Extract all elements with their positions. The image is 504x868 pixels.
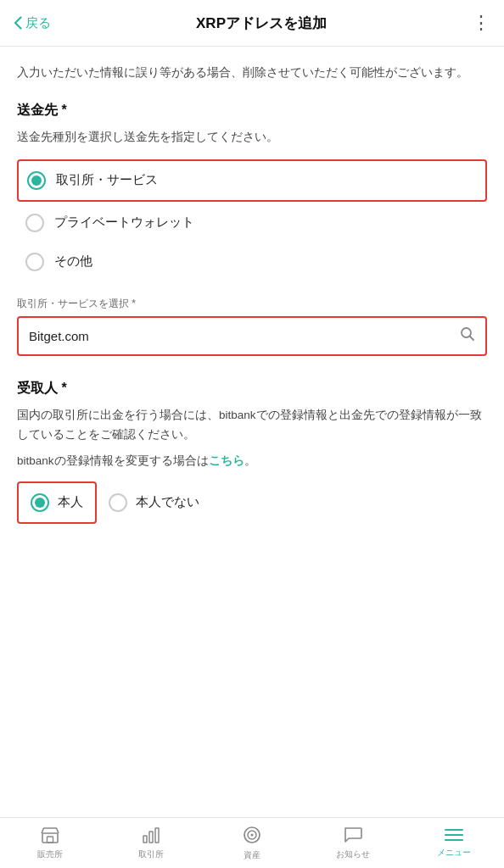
- radio-not-self[interactable]: 本人でない: [97, 483, 211, 522]
- radio-circle-self: [31, 493, 49, 512]
- svg-point-9: [250, 833, 253, 836]
- notice-text: 入力いただいた情報に誤り等がある場合、削除させていただく可能性がございます。: [17, 64, 487, 83]
- radio-circle-not-self: [109, 493, 127, 512]
- bottom-nav: 販売所 取引所 資産 お知らせ: [0, 817, 504, 868]
- field-label: 取引所・サービスを選択 *: [17, 297, 487, 311]
- back-label: 戻る: [25, 15, 51, 31]
- back-chevron-icon: [14, 16, 22, 30]
- radio-label-not-self: 本人でない: [136, 494, 199, 510]
- search-icon: [460, 326, 475, 346]
- nav-assets[interactable]: 資産: [202, 818, 303, 868]
- header: 戻る XRPアドレスを追加 ⋮: [0, 0, 504, 47]
- back-button[interactable]: 戻る: [14, 15, 51, 31]
- nav-menu-label: メニュー: [437, 847, 471, 859]
- service-field-section: 取引所・サービスを選択 *: [17, 297, 487, 356]
- recipient-link[interactable]: こちら: [209, 454, 244, 467]
- exchange-icon: [143, 826, 160, 846]
- radio-private[interactable]: プライベートウォレット: [17, 203, 487, 242]
- destination-radio-group: 取引所・サービス プライベートウォレット その他: [17, 159, 487, 281]
- radio-label-self: 本人: [58, 494, 83, 510]
- recipient-desc2: bitbankの登録情報を変更する場合はこちら。: [17, 452, 487, 471]
- nav-assets-label: 資産: [244, 849, 260, 861]
- store-icon: [41, 826, 59, 846]
- news-icon: [344, 826, 362, 846]
- recipient-desc1: 国内の取引所に出金を行う場合には、bitbankでの登録情報と出金先での登録情報…: [17, 406, 487, 445]
- radio-circle-exchange: [27, 171, 46, 190]
- nav-store-label: 販売所: [37, 849, 63, 860]
- main-content: 入力いただいた情報に誤り等がある場合、削除させていただく可能性がございます。 送…: [0, 47, 504, 817]
- radio-label-private: プライベートウォレット: [54, 214, 194, 231]
- radio-circle-private: [25, 214, 44, 232]
- destination-section: 送金先 * 送金先種別を選択し送金先を指定してください。 取引所・サービス プラ…: [17, 102, 487, 356]
- nav-news-label: お知らせ: [336, 849, 370, 860]
- svg-rect-5: [149, 832, 153, 843]
- destination-desc: 送金先種別を選択し送金先を指定してください。: [17, 128, 487, 147]
- svg-line-1: [470, 336, 474, 340]
- more-button[interactable]: ⋮: [472, 12, 490, 34]
- service-search-field[interactable]: [17, 316, 487, 356]
- svg-rect-3: [48, 837, 53, 843]
- svg-rect-6: [155, 828, 159, 843]
- recipient-label: 受取人 *: [17, 380, 487, 398]
- nav-exchange-label: 取引所: [138, 849, 164, 860]
- svg-rect-4: [143, 836, 147, 843]
- menu-icon: [445, 827, 463, 844]
- nav-store[interactable]: 販売所: [0, 818, 101, 868]
- nav-menu[interactable]: メニュー: [403, 818, 504, 868]
- radio-other-dest[interactable]: その他: [17, 242, 487, 281]
- recipient-radio-row: 本人 本人でない: [17, 481, 487, 524]
- nav-exchange[interactable]: 取引所: [101, 818, 202, 868]
- radio-label-exchange: 取引所・サービス: [56, 172, 158, 188]
- radio-label-other-dest: その他: [54, 253, 92, 270]
- radio-circle-other-dest: [25, 253, 44, 271]
- svg-rect-2: [42, 833, 58, 843]
- recipient-section: 受取人 * 国内の取引所に出金を行う場合には、bitbankでの登録情報と出金先…: [17, 380, 487, 524]
- page-title: XRPアドレスを追加: [196, 14, 327, 33]
- radio-exchange[interactable]: 取引所・サービス: [17, 159, 487, 202]
- nav-news[interactable]: お知らせ: [302, 818, 403, 868]
- radio-self[interactable]: 本人: [17, 481, 97, 524]
- service-search-input[interactable]: [29, 329, 453, 343]
- destination-label: 送金先 *: [17, 102, 487, 120]
- assets-icon: [243, 826, 261, 847]
